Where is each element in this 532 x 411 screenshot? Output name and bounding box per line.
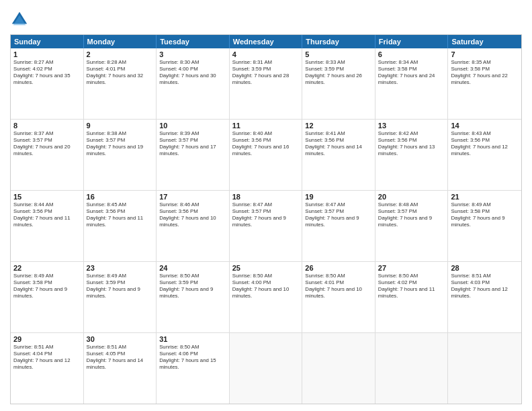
day-info: Sunrise: 8:43 AM Sunset: 3:56 PM Dayligh… <box>451 130 519 158</box>
day-number: 10 <box>159 122 226 130</box>
day-cell-10: 10Sunrise: 8:39 AM Sunset: 3:57 PM Dayli… <box>157 120 230 190</box>
day-info: Sunrise: 8:39 AM Sunset: 3:57 PM Dayligh… <box>159 130 226 158</box>
day-info: Sunrise: 8:31 AM Sunset: 3:59 PM Dayligh… <box>232 59 300 87</box>
day-info: Sunrise: 8:50 AM Sunset: 4:02 PM Dayligh… <box>378 273 445 300</box>
day-cell-22: 22Sunrise: 8:49 AM Sunset: 3:58 PM Dayli… <box>11 262 84 332</box>
day-number: 31 <box>159 335 226 343</box>
day-cell-26: 26Sunrise: 8:50 AM Sunset: 4:01 PM Dayli… <box>302 262 375 332</box>
day-info: Sunrise: 8:50 AM Sunset: 4:01 PM Dayligh… <box>305 273 372 300</box>
day-info: Sunrise: 8:45 AM Sunset: 3:56 PM Dayligh… <box>87 201 154 229</box>
day-number: 7 <box>451 50 519 58</box>
day-number: 17 <box>159 193 226 201</box>
day-cell-17: 17Sunrise: 8:46 AM Sunset: 3:56 PM Dayli… <box>157 191 230 261</box>
day-number: 26 <box>305 264 372 272</box>
day-cell-3: 3Sunrise: 8:30 AM Sunset: 4:00 PM Daylig… <box>157 48 230 119</box>
day-cell-5: 5Sunrise: 8:33 AM Sunset: 3:59 PM Daylig… <box>302 48 375 119</box>
day-number: 22 <box>13 264 81 272</box>
day-number: 15 <box>13 193 81 201</box>
day-cell-16: 16Sunrise: 8:45 AM Sunset: 3:56 PM Dayli… <box>84 191 157 261</box>
header-day-sunday: Sunday <box>11 35 84 48</box>
week-row-4: 22Sunrise: 8:49 AM Sunset: 3:58 PM Dayli… <box>11 261 521 332</box>
day-number: 21 <box>451 193 519 201</box>
day-cell-30: 30Sunrise: 8:51 AM Sunset: 4:05 PM Dayli… <box>84 333 157 404</box>
day-info: Sunrise: 8:50 AM Sunset: 3:59 PM Dayligh… <box>159 273 226 300</box>
day-info: Sunrise: 8:46 AM Sunset: 3:56 PM Dayligh… <box>159 201 226 229</box>
day-number: 5 <box>305 50 372 58</box>
week-row-2: 8Sunrise: 8:37 AM Sunset: 3:57 PM Daylig… <box>11 119 521 190</box>
day-number: 23 <box>87 264 154 272</box>
header-day-wednesday: Wednesday <box>230 35 303 48</box>
day-info: Sunrise: 8:49 AM Sunset: 3:58 PM Dayligh… <box>451 201 519 229</box>
day-info: Sunrise: 8:40 AM Sunset: 3:56 PM Dayligh… <box>232 130 300 158</box>
day-number: 2 <box>87 50 154 58</box>
day-cell-14: 14Sunrise: 8:43 AM Sunset: 3:56 PM Dayli… <box>448 120 521 190</box>
day-number: 3 <box>159 50 226 58</box>
day-cell-11: 11Sunrise: 8:40 AM Sunset: 3:56 PM Dayli… <box>230 120 303 190</box>
day-cell-7: 7Sunrise: 8:35 AM Sunset: 3:58 PM Daylig… <box>448 48 521 119</box>
day-info: Sunrise: 8:28 AM Sunset: 4:01 PM Dayligh… <box>87 59 154 87</box>
day-number: 29 <box>13 335 81 343</box>
day-number: 19 <box>305 193 372 201</box>
week-row-3: 15Sunrise: 8:44 AM Sunset: 3:56 PM Dayli… <box>11 190 521 261</box>
header <box>10 10 522 29</box>
day-number: 27 <box>378 264 445 272</box>
day-info: Sunrise: 8:50 AM Sunset: 4:00 PM Dayligh… <box>232 273 300 300</box>
day-info: Sunrise: 8:30 AM Sunset: 4:00 PM Dayligh… <box>159 59 226 87</box>
calendar-header: SundayMondayTuesdayWednesdayThursdayFrid… <box>11 35 521 48</box>
day-cell-25: 25Sunrise: 8:50 AM Sunset: 4:00 PM Dayli… <box>230 262 303 332</box>
day-number: 20 <box>378 193 445 201</box>
day-number: 8 <box>13 122 81 130</box>
day-cell-1: 1Sunrise: 8:27 AM Sunset: 4:02 PM Daylig… <box>11 48 84 119</box>
day-number: 12 <box>305 122 372 130</box>
header-day-tuesday: Tuesday <box>157 35 230 48</box>
day-info: Sunrise: 8:33 AM Sunset: 3:59 PM Dayligh… <box>305 59 372 87</box>
day-info: Sunrise: 8:41 AM Sunset: 3:56 PM Dayligh… <box>305 130 372 158</box>
day-cell-19: 19Sunrise: 8:47 AM Sunset: 3:57 PM Dayli… <box>302 191 375 261</box>
day-info: Sunrise: 8:49 AM Sunset: 3:59 PM Dayligh… <box>87 273 154 300</box>
empty-cell <box>302 333 375 404</box>
day-number: 6 <box>378 50 445 58</box>
day-number: 18 <box>232 193 300 201</box>
day-cell-13: 13Sunrise: 8:42 AM Sunset: 3:56 PM Dayli… <box>375 120 449 190</box>
day-number: 25 <box>232 264 300 272</box>
day-info: Sunrise: 8:35 AM Sunset: 3:58 PM Dayligh… <box>451 59 519 87</box>
empty-cell <box>230 333 303 404</box>
day-number: 24 <box>159 264 226 272</box>
day-cell-29: 29Sunrise: 8:51 AM Sunset: 4:04 PM Dayli… <box>11 333 84 404</box>
day-cell-27: 27Sunrise: 8:50 AM Sunset: 4:02 PM Dayli… <box>375 262 449 332</box>
day-number: 4 <box>232 50 300 58</box>
day-cell-4: 4Sunrise: 8:31 AM Sunset: 3:59 PM Daylig… <box>230 48 303 119</box>
header-day-monday: Monday <box>84 35 157 48</box>
day-info: Sunrise: 8:38 AM Sunset: 3:57 PM Dayligh… <box>87 130 154 158</box>
day-info: Sunrise: 8:51 AM Sunset: 4:04 PM Dayligh… <box>13 344 81 371</box>
day-cell-9: 9Sunrise: 8:38 AM Sunset: 3:57 PM Daylig… <box>84 120 157 190</box>
day-number: 14 <box>451 122 519 130</box>
day-cell-2: 2Sunrise: 8:28 AM Sunset: 4:01 PM Daylig… <box>84 48 157 119</box>
day-number: 28 <box>451 264 519 272</box>
day-info: Sunrise: 8:34 AM Sunset: 3:58 PM Dayligh… <box>378 59 445 87</box>
day-cell-20: 20Sunrise: 8:48 AM Sunset: 3:57 PM Dayli… <box>375 191 449 261</box>
logo-icon <box>10 10 29 29</box>
day-info: Sunrise: 8:51 AM Sunset: 4:05 PM Dayligh… <box>87 344 154 371</box>
day-number: 1 <box>13 50 81 58</box>
calendar-body: 1Sunrise: 8:27 AM Sunset: 4:02 PM Daylig… <box>11 48 521 404</box>
day-cell-18: 18Sunrise: 8:47 AM Sunset: 3:57 PM Dayli… <box>230 191 303 261</box>
empty-cell <box>448 333 521 404</box>
day-info: Sunrise: 8:47 AM Sunset: 3:57 PM Dayligh… <box>305 201 372 229</box>
day-cell-6: 6Sunrise: 8:34 AM Sunset: 3:58 PM Daylig… <box>375 48 449 119</box>
day-info: Sunrise: 8:48 AM Sunset: 3:57 PM Dayligh… <box>378 201 445 229</box>
day-info: Sunrise: 8:50 AM Sunset: 4:06 PM Dayligh… <box>159 344 226 371</box>
day-cell-31: 31Sunrise: 8:50 AM Sunset: 4:06 PM Dayli… <box>157 333 230 404</box>
day-info: Sunrise: 8:51 AM Sunset: 4:03 PM Dayligh… <box>451 273 519 300</box>
day-number: 9 <box>87 122 154 130</box>
day-cell-15: 15Sunrise: 8:44 AM Sunset: 3:56 PM Dayli… <box>11 191 84 261</box>
week-row-5: 29Sunrise: 8:51 AM Sunset: 4:04 PM Dayli… <box>11 332 521 404</box>
week-row-1: 1Sunrise: 8:27 AM Sunset: 4:02 PM Daylig… <box>11 48 521 119</box>
page: SundayMondayTuesdayWednesdayThursdayFrid… <box>0 0 532 411</box>
day-cell-28: 28Sunrise: 8:51 AM Sunset: 4:03 PM Dayli… <box>448 262 521 332</box>
day-number: 11 <box>232 122 300 130</box>
day-info: Sunrise: 8:47 AM Sunset: 3:57 PM Dayligh… <box>232 201 300 229</box>
day-number: 16 <box>87 193 154 201</box>
empty-cell <box>375 333 449 404</box>
day-cell-8: 8Sunrise: 8:37 AM Sunset: 3:57 PM Daylig… <box>11 120 84 190</box>
